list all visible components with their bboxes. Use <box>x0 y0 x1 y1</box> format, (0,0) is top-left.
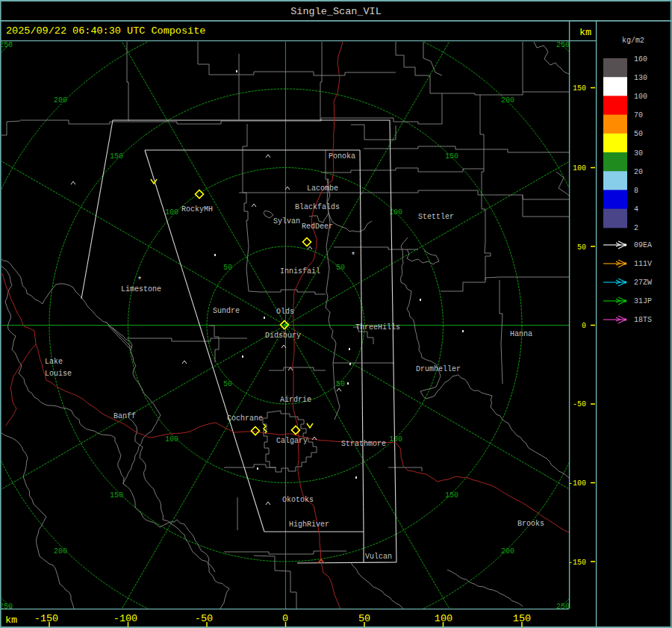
svg-text:50: 50 <box>577 243 586 252</box>
svg-text:31JP: 31JP <box>634 297 652 305</box>
svg-text:ThreeHills: ThreeHills <box>355 323 400 332</box>
svg-text:100: 100 <box>165 208 178 217</box>
svg-text:Airdrie: Airdrie <box>280 396 311 404</box>
svg-text:-150: -150 <box>568 559 586 567</box>
svg-text:HighRiver: HighRiver <box>289 520 329 529</box>
svg-text:20: 20 <box>634 168 643 176</box>
svg-text:160: 160 <box>634 55 647 63</box>
svg-text:130: 130 <box>634 74 647 82</box>
svg-text:RockyMH: RockyMH <box>181 205 213 214</box>
svg-text:100: 100 <box>634 93 647 101</box>
svg-text:Limestone: Limestone <box>121 285 161 293</box>
svg-text:8: 8 <box>634 187 638 195</box>
svg-text:Single_Scan_VIL: Single_Scan_VIL <box>290 6 382 17</box>
svg-text:Lake: Lake <box>45 358 63 366</box>
svg-text:200: 200 <box>501 547 514 556</box>
svg-text:Sylvan: Sylvan <box>273 217 300 226</box>
svg-text:50: 50 <box>336 380 345 388</box>
svg-text:70: 70 <box>634 111 643 119</box>
svg-text:150: 150 <box>445 491 458 500</box>
svg-text:-100: -100 <box>568 479 586 488</box>
svg-text:RedDeer: RedDeer <box>302 223 333 231</box>
svg-text:-50: -50 <box>573 400 586 408</box>
svg-text:0: 0 <box>582 322 586 330</box>
svg-text:50: 50 <box>634 130 643 138</box>
svg-text:150: 150 <box>445 152 458 161</box>
svg-text:Drumheller: Drumheller <box>416 365 461 373</box>
svg-text:Olds: Olds <box>276 308 294 316</box>
svg-text:Lacombe: Lacombe <box>307 184 338 193</box>
svg-text:Okotoks: Okotoks <box>282 496 314 504</box>
svg-text:km: km <box>579 27 591 38</box>
svg-text:50: 50 <box>223 264 232 272</box>
svg-text:50: 50 <box>336 264 345 272</box>
svg-text:Ponoka: Ponoka <box>329 152 355 161</box>
svg-text:Blackfalds: Blackfalds <box>295 203 340 211</box>
svg-text:Cochrane: Cochrane <box>227 414 263 423</box>
svg-text:km: km <box>5 615 17 626</box>
svg-text:kg/m2: kg/m2 <box>622 37 644 45</box>
svg-text:-50: -50 <box>195 613 213 624</box>
svg-text:250: 250 <box>556 41 570 49</box>
svg-text:30: 30 <box>634 149 643 158</box>
svg-text:Strathmore: Strathmore <box>341 440 386 448</box>
svg-text:-150: -150 <box>34 613 58 624</box>
svg-text:Banff: Banff <box>113 412 136 420</box>
svg-text:Vulcan: Vulcan <box>365 553 392 561</box>
svg-text:200: 200 <box>54 96 67 105</box>
svg-text:100: 100 <box>573 164 586 172</box>
svg-text:111V: 111V <box>634 260 652 268</box>
svg-text:Louise: Louise <box>45 370 72 378</box>
svg-text:Stettler: Stettler <box>418 213 454 221</box>
svg-text:-100: -100 <box>113 613 137 624</box>
svg-text:*: * <box>351 252 355 260</box>
svg-text:150: 150 <box>573 84 586 93</box>
svg-text:Brooks: Brooks <box>517 520 544 528</box>
svg-text:200: 200 <box>501 96 514 105</box>
svg-text:150: 150 <box>110 152 123 161</box>
svg-text:2025/09/22 06:40:30 UTC Compos: 2025/09/22 06:40:30 UTC Composite <box>6 25 205 37</box>
svg-text:Didsbury: Didsbury <box>265 332 301 340</box>
svg-text:50: 50 <box>223 380 232 388</box>
svg-text:250: 250 <box>0 41 13 49</box>
svg-text:150: 150 <box>110 491 123 500</box>
svg-text:Calgary: Calgary <box>276 437 308 445</box>
svg-text:Hanna: Hanna <box>510 330 532 338</box>
svg-text:Sundre: Sundre <box>213 307 240 315</box>
svg-text:Innisfail: Innisfail <box>280 267 320 276</box>
svg-text:09EA: 09EA <box>634 241 652 249</box>
svg-text:200: 200 <box>54 547 67 556</box>
svg-text:27ZW: 27ZW <box>634 279 652 287</box>
svg-text:4: 4 <box>634 205 638 214</box>
svg-text:2: 2 <box>634 224 638 232</box>
svg-text:*: * <box>137 276 142 285</box>
svg-text:100: 100 <box>165 435 178 444</box>
svg-text:18TS: 18TS <box>634 316 652 324</box>
